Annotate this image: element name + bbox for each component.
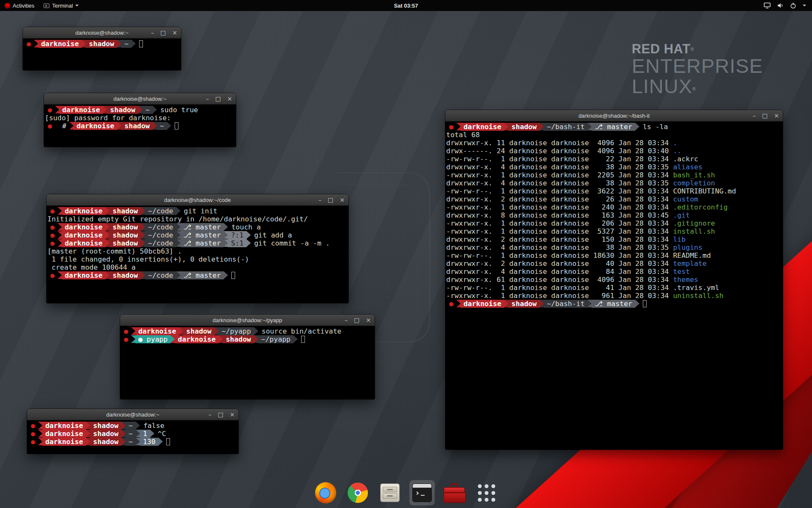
- maximize-button[interactable]: □: [328, 197, 333, 203]
- terminal-output-line: -rwxrwxr-x. 1 darknoise darknoise 206 Ja…: [446, 219, 782, 227]
- terminal-output-line: [master (root-commit) 50bcb63] .: [47, 247, 348, 255]
- terminal-mini-icon: [44, 3, 49, 8]
- close-button[interactable]: ×: [340, 197, 345, 203]
- terminal-window-home-sudo: darknoise@shadow:~ – □ × ●darknoiseshado…: [44, 93, 236, 147]
- terminal-output-line: drwx------. 24 darknoise darknoise 4096 …: [446, 147, 782, 155]
- terminal-output-line: drwxrwxr-x. 61 darknoise darknoise 4096 …: [446, 276, 782, 284]
- terminal-output-line: drwxrwxr-x. 2 darknoise darknoise 26 Jan…: [446, 195, 782, 203]
- terminal-output-line: drwxrwxr-x. 4 darknoise darknoise 38 Jan…: [446, 243, 782, 251]
- activities-label: Activities: [13, 3, 34, 9]
- terminal-output-line: Initialized empty Git repository in /hom…: [47, 215, 348, 223]
- window-title: darknoise@shadow:~/code: [164, 197, 230, 203]
- terminal-window-home-1: darknoise@shadow:~ – □ × ●darknoiseshado…: [23, 27, 181, 70]
- maximize-button[interactable]: □: [354, 317, 359, 323]
- app-grid-icon[interactable]: [474, 480, 499, 505]
- maximize-button[interactable]: □: [218, 411, 223, 417]
- maximize-button[interactable]: □: [160, 30, 166, 36]
- terminal-output-line: drwxrwxr-x. 4 darknoise darknoise 38 Jan…: [446, 163, 782, 171]
- terminal-content[interactable]: ●darknoiseshadow~/pyappsource bin/activa…: [120, 326, 375, 399]
- status-area[interactable]: [764, 0, 812, 11]
- terminal-output-line: -rwxrwxr-x. 1 darknoise darknoise 2205 J…: [446, 171, 782, 179]
- terminal-output-line: drwxrwxr-x. 2 darknoise darknoise 150 Ja…: [446, 235, 782, 243]
- registered-mark: ®: [692, 86, 696, 91]
- close-button[interactable]: ×: [774, 113, 779, 119]
- terminal-output-line: -rw-rw-r--. 1 darknoise darknoise 41 Jan…: [446, 284, 782, 292]
- terminal-prompt-line: ●darknoiseshadow~/bash-it⎇ masterls -la: [446, 123, 782, 131]
- minimize-button[interactable]: –: [345, 317, 348, 323]
- terminal-output-line: 1 file changed, 0 insertions(+), 0 delet…: [47, 255, 348, 263]
- terminal-prompt-line: ●darknoiseshadow~/code⎇ master: [47, 271, 348, 279]
- terminal-icon[interactable]: [409, 480, 435, 505]
- terminal-content[interactable]: ●darknoiseshadow~sudo true[sudo] passwor…: [44, 105, 236, 147]
- terminal-output-line: -rwxrwxr-x. 1 darknoise darknoise 961 Ja…: [446, 292, 782, 300]
- minimize-button[interactable]: –: [151, 30, 154, 36]
- terminal-output-line: drwxrwxr-x. 11 darknoise darknoise 4096 …: [446, 139, 782, 147]
- terminal-window-home-exitcodes: darknoise@shadow:~ – □ × ●darknoiseshado…: [27, 409, 239, 454]
- terminal-prompt-line: ●darknoiseshadow~1^C: [28, 430, 238, 438]
- terminal-output-line: -rw-rw-r--. 1 darknoise darknoise 18630 …: [446, 251, 782, 260]
- brand-enterprise-text: ENTERPRISE: [632, 56, 763, 76]
- window-titlebar[interactable]: darknoise@shadow:~ – □ ×: [27, 409, 239, 420]
- window-title: darknoise@shadow:~/pyapp: [213, 317, 283, 323]
- terminal-output-line: drwxrwxr-x. 2 darknoise darknoise 40 Jan…: [446, 260, 782, 268]
- registered-mark: ®: [691, 47, 694, 52]
- terminal-prompt-line: ●darknoiseshadow~sudo true: [45, 106, 235, 114]
- close-button[interactable]: ×: [230, 411, 235, 417]
- close-button[interactable]: ×: [172, 30, 177, 36]
- terminal-prompt-line: ●darknoiseshadow~/bash-it⎇ master: [446, 300, 782, 308]
- terminal-output-line: -rw-rw-r--. 1 darknoise darknoise 22 Jan…: [446, 155, 782, 163]
- maximize-button[interactable]: □: [762, 113, 768, 119]
- terminal-cursor: [166, 438, 170, 445]
- display-icon[interactable]: [764, 3, 771, 8]
- terminal-output-line: -rwxrwxr-x. 1 darknoise darknoise 240 Ja…: [446, 203, 782, 211]
- terminal-output-line: drwxrwxr-x. 8 darknoise darknoise 163 Ja…: [446, 211, 782, 219]
- terminal-output-line: total 68: [446, 131, 782, 139]
- power-icon[interactable]: [790, 2, 796, 9]
- dock: [310, 478, 502, 507]
- minimize-button[interactable]: –: [753, 113, 756, 119]
- terminal-cursor: [643, 300, 647, 307]
- close-button[interactable]: ×: [366, 317, 371, 323]
- window-titlebar[interactable]: darknoise@shadow:~/bash-it – □ ×: [445, 110, 783, 121]
- terminal-output-line: create mode 100644 a: [47, 263, 348, 271]
- terminal-prompt-line: ●darknoiseshadow~/code⎇ master?:1git add…: [47, 231, 348, 239]
- activities-button[interactable]: Activities: [0, 0, 39, 11]
- terminal-content[interactable]: ●darknoiseshadow~/bash-it⎇ masterls -lat…: [445, 121, 783, 450]
- minimize-button[interactable]: –: [318, 197, 321, 203]
- brand-redhat-text: RED HAT: [632, 41, 691, 56]
- window-title: darknoise@shadow:~: [75, 30, 129, 36]
- volume-icon[interactable]: [777, 3, 784, 8]
- chrome-icon[interactable]: [345, 480, 370, 505]
- terminal-content[interactable]: ●darknoiseshadow~/codegit initInitialize…: [47, 206, 348, 303]
- window-title: darknoise@shadow:~/bash-it: [579, 113, 650, 119]
- minimize-button[interactable]: –: [208, 411, 211, 417]
- terminal-prompt-line: ●darknoiseshadow~: [24, 40, 180, 48]
- terminal-output-line: drwxrwxr-x. 4 darknoise darknoise 38 Jan…: [446, 179, 782, 187]
- terminal-window-bash-it: darknoise@shadow:~/bash-it – □ × ●darkno…: [445, 110, 783, 450]
- top-bar: Activities Terminal Sat 03:57: [0, 0, 812, 11]
- brand-linux-text: LINUX: [632, 75, 692, 97]
- terminal-content[interactable]: ●darknoiseshadow~false●darknoiseshadow~1…: [27, 420, 239, 454]
- window-titlebar[interactable]: darknoise@shadow:~ – □ ×: [44, 93, 236, 105]
- maximize-button[interactable]: □: [215, 96, 221, 102]
- terminal-cursor: [139, 40, 143, 47]
- terminal-prompt-line: ●#darknoiseshadow~: [45, 122, 235, 130]
- app-menu-terminal[interactable]: Terminal: [39, 0, 83, 11]
- terminal-window-code: darknoise@shadow:~/code – □ × ●darknoise…: [47, 194, 348, 303]
- clock[interactable]: Sat 03:57: [394, 3, 418, 9]
- rhel-branding: RED HAT® ENTERPRISE LINUX®: [632, 42, 763, 96]
- firefox-icon[interactable]: [313, 480, 338, 505]
- window-titlebar[interactable]: darknoise@shadow:~/pyapp – □ ×: [120, 315, 375, 326]
- window-titlebar[interactable]: darknoise@shadow:~/code – □ ×: [47, 194, 348, 206]
- terminal-content[interactable]: ●darknoiseshadow~: [23, 39, 181, 70]
- terminal-output-line: -rw-rw-r--. 1 darknoise darknoise 3622 J…: [446, 187, 782, 195]
- minimize-button[interactable]: –: [206, 96, 209, 102]
- close-button[interactable]: ×: [227, 96, 232, 102]
- terminal-prompt-line: ●darknoiseshadow~/pyappsource bin/activa…: [121, 327, 374, 335]
- terminal-prompt-line: ●darknoiseshadow~/code⎇ mastertouch a: [47, 223, 348, 231]
- chevron-down-icon: [803, 5, 806, 6]
- files-icon[interactable]: [377, 480, 403, 505]
- window-titlebar[interactable]: darknoise@shadow:~ – □ ×: [23, 27, 181, 39]
- toolbox-icon[interactable]: [442, 480, 467, 505]
- terminal-output-line: drwxrwxr-x. 4 darknoise darknoise 84 Jan…: [446, 268, 782, 276]
